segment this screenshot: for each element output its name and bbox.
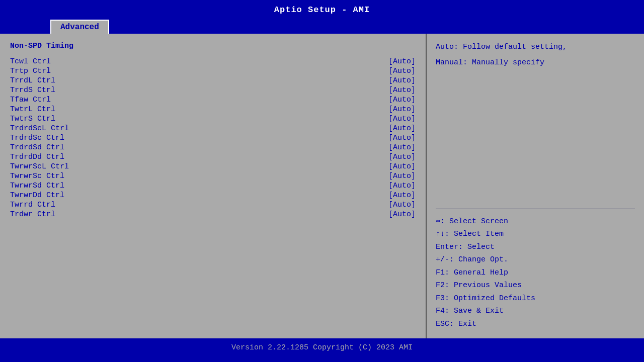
setting-row[interactable]: Twrrd Ctrl[Auto] <box>10 201 416 209</box>
right-panel: Auto: Follow default setting, Manual: Ma… <box>427 34 644 338</box>
setting-row[interactable]: TrdrdScL Ctrl[Auto] <box>10 124 416 133</box>
key-help-item: F4: Save & Exit <box>436 305 635 318</box>
setting-value: [Auto] <box>388 86 416 95</box>
setting-row[interactable]: Tfaw Ctrl[Auto] <box>10 96 416 104</box>
setting-row[interactable]: Tcwl Ctrl[Auto] <box>10 57 416 66</box>
setting-name: TwrwrSd Ctrl <box>10 182 64 190</box>
setting-row[interactable]: Trtp Ctrl[Auto] <box>10 67 416 75</box>
setting-value: [Auto] <box>388 143 416 152</box>
setting-value: [Auto] <box>388 153 416 161</box>
setting-value: [Auto] <box>388 172 416 180</box>
setting-value: [Auto] <box>388 201 416 209</box>
key-help: ⇔: Select Screen↑↓: Select ItemEnter: Se… <box>436 215 635 331</box>
setting-name: Trdwr Ctrl <box>10 210 55 219</box>
key-help-item: ESC: Exit <box>436 318 635 331</box>
tab-bar: Advanced <box>0 18 644 34</box>
setting-row[interactable]: TrrdL Ctrl[Auto] <box>10 76 416 85</box>
setting-name: TrrdL Ctrl <box>10 76 55 85</box>
setting-name: Tfaw Ctrl <box>10 96 51 104</box>
setting-name: Twrrd Ctrl <box>10 201 55 209</box>
left-panel: Non-SPD Timing Tcwl Ctrl[Auto]Trtp Ctrl[… <box>0 34 427 338</box>
setting-name: TrdrdScL Ctrl <box>10 124 69 133</box>
setting-name: TwtrS Ctrl <box>10 115 55 123</box>
setting-row[interactable]: TwtrL Ctrl[Auto] <box>10 105 416 114</box>
footer-text: Version 2.22.1285 Copyright (C) 2023 AMI <box>231 343 413 352</box>
tab-advanced[interactable]: Advanced <box>50 20 109 34</box>
setting-name: TwrwrSc Ctrl <box>10 172 64 180</box>
setting-name: TrdrdSc Ctrl <box>10 134 64 142</box>
key-help-item: F2: Previous Values <box>436 279 635 292</box>
setting-row[interactable]: TwtrS Ctrl[Auto] <box>10 115 416 123</box>
setting-row[interactable]: TwrwrSd Ctrl[Auto] <box>10 182 416 190</box>
footer: Version 2.22.1285 Copyright (C) 2023 AMI <box>0 338 644 356</box>
setting-value: [Auto] <box>388 105 416 114</box>
setting-row[interactable]: TrdrdSc Ctrl[Auto] <box>10 134 416 142</box>
setting-row[interactable]: TwrwrDd Ctrl[Auto] <box>10 191 416 200</box>
setting-name: TwrwrScL Ctrl <box>10 162 69 171</box>
app-title: Aptio Setup - AMI <box>274 5 370 15</box>
setting-row[interactable]: TwrwrSc Ctrl[Auto] <box>10 172 416 180</box>
setting-row[interactable]: TrdrdSd Ctrl[Auto] <box>10 143 416 152</box>
setting-value: [Auto] <box>388 191 416 200</box>
setting-value: [Auto] <box>388 67 416 75</box>
settings-list: Tcwl Ctrl[Auto]Trtp Ctrl[Auto]TrrdL Ctrl… <box>10 57 416 219</box>
setting-value: [Auto] <box>388 124 416 133</box>
setting-value: [Auto] <box>388 134 416 142</box>
key-help-item: ⇔: Select Screen <box>436 215 635 228</box>
key-help-item: F1: General Help <box>436 266 635 280</box>
setting-name: TrrdS Ctrl <box>10 86 55 95</box>
divider <box>436 209 635 209</box>
setting-value: [Auto] <box>388 57 416 66</box>
setting-value: [Auto] <box>388 182 416 190</box>
title-bar: Aptio Setup - AMI <box>0 0 644 18</box>
main-content: Non-SPD Timing Tcwl Ctrl[Auto]Trtp Ctrl[… <box>0 34 644 338</box>
key-help-item: Enter: Select <box>436 241 635 254</box>
setting-value: [Auto] <box>388 210 416 219</box>
setting-name: TwrwrDd Ctrl <box>10 191 64 200</box>
key-help-item: +/-: Change Opt. <box>436 253 635 266</box>
key-help-item: F3: Optimized Defaults <box>436 292 635 305</box>
setting-value: [Auto] <box>388 115 416 123</box>
setting-name: TwtrL Ctrl <box>10 105 55 114</box>
setting-name: Trtp Ctrl <box>10 67 51 75</box>
key-help-item: ↑↓: Select Item <box>436 228 635 241</box>
setting-name: TrdrdDd Ctrl <box>10 153 64 161</box>
setting-row[interactable]: TrrdS Ctrl[Auto] <box>10 86 416 95</box>
setting-value: [Auto] <box>388 76 416 85</box>
help-text-line1: Auto: Follow default setting, <box>436 42 635 53</box>
setting-name: TrdrdSd Ctrl <box>10 143 64 152</box>
setting-row[interactable]: TwrwrScL Ctrl[Auto] <box>10 162 416 171</box>
setting-row[interactable]: TrdrdDd Ctrl[Auto] <box>10 153 416 161</box>
setting-name: Tcwl Ctrl <box>10 57 51 66</box>
setting-value: [Auto] <box>388 96 416 104</box>
section-title: Non-SPD Timing <box>10 42 416 50</box>
setting-value: [Auto] <box>388 162 416 171</box>
help-text-line2: Manual: Manually specify <box>436 57 635 69</box>
setting-row[interactable]: Trdwr Ctrl[Auto] <box>10 210 416 219</box>
